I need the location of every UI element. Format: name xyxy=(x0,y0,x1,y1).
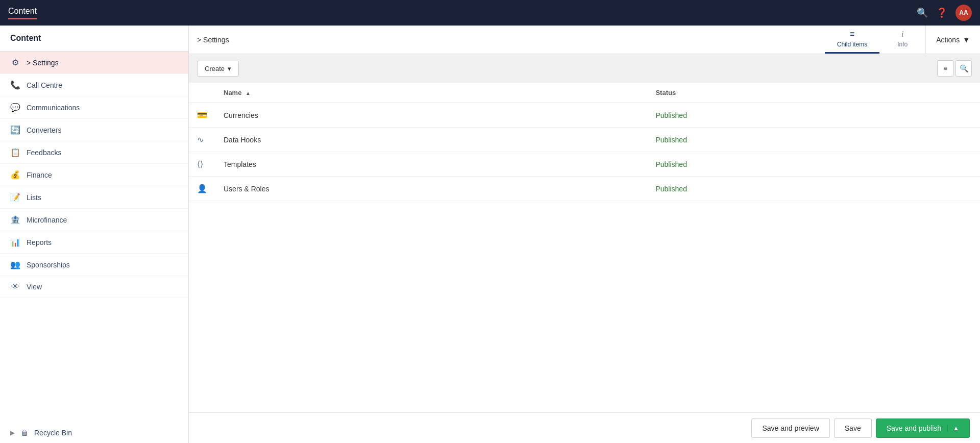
recycle-bin-label: Recycle Bin xyxy=(34,429,72,437)
tab-child-items-label: Child items xyxy=(837,41,867,48)
top-navigation: Content 🔍 ❓ AA xyxy=(0,0,980,26)
main-layout: Content ⚙ > Settings 📞 Call Centre 💬 Com… xyxy=(0,26,980,443)
sidebar-item-lists-label: Lists xyxy=(27,193,41,202)
sidebar-item-converters-label: Converters xyxy=(27,126,61,134)
sidebar-item-sponsorships-label: Sponsorships xyxy=(27,261,70,269)
sidebar-item-reports-label: Reports xyxy=(27,238,52,247)
search-filter-icon: 🔍 xyxy=(960,64,968,72)
tab-section: ≡ Child items i Info Actions ▼ xyxy=(825,26,980,54)
row-name-cell: Currencies xyxy=(215,103,647,128)
save-publish-button[interactable]: Save and publish ▲ xyxy=(876,419,970,438)
top-nav-icons: 🔍 ❓ AA xyxy=(917,5,972,21)
view-icon: 👁 xyxy=(10,282,20,291)
recycle-bin-icon: 🗑 xyxy=(21,429,28,437)
create-button-label: Create xyxy=(205,65,225,72)
sidebar-item-view[interactable]: 👁 View xyxy=(0,276,188,298)
sidebar-item-call-centre[interactable]: 📞 Call Centre xyxy=(0,74,188,96)
toolbar-right: ≡ 🔍 xyxy=(937,60,972,77)
table-row[interactable]: ∿ Data Hooks Published xyxy=(189,128,980,152)
settings-icon: ⚙ xyxy=(10,58,20,67)
reports-icon: 📊 xyxy=(10,237,20,247)
templates-icon: ⟨⟩ xyxy=(197,160,203,168)
users-roles-icon: 👤 xyxy=(197,184,207,193)
finance-icon: 💰 xyxy=(10,170,20,180)
tab-info-label: Info xyxy=(897,41,908,48)
communications-icon: 💬 xyxy=(10,103,20,112)
sidebar-item-settings[interactable]: ⚙ > Settings xyxy=(0,52,188,74)
converters-icon: 🔄 xyxy=(10,125,20,135)
sort-asc-icon: ▲ xyxy=(246,90,251,96)
info-tab-icon: i xyxy=(901,30,903,39)
recycle-bin-item[interactable]: ▶ 🗑 Recycle Bin xyxy=(0,423,188,443)
table-container: Name ▲ Status 💳 Currencies xyxy=(189,83,980,412)
create-button[interactable]: Create ▾ xyxy=(197,61,239,77)
table-header-row: Name ▲ Status xyxy=(189,83,980,103)
search-icon[interactable]: 🔍 xyxy=(917,7,928,18)
data-hooks-icon: ∿ xyxy=(197,135,204,144)
currencies-icon: 💳 xyxy=(197,111,207,119)
microfinance-icon: 🏦 xyxy=(10,215,20,225)
sidebar-item-communications-label: Communications xyxy=(27,104,80,112)
row-status-cell: Published xyxy=(647,128,980,152)
table-row[interactable]: 💳 Currencies Published xyxy=(189,103,980,128)
breadcrumb-text: > Settings xyxy=(197,36,229,44)
child-items-tab-icon: ≡ xyxy=(850,30,854,39)
save-preview-button[interactable]: Save and preview xyxy=(751,419,829,438)
list-view-button[interactable]: ≡ xyxy=(937,60,953,77)
feedbacks-icon: 📋 xyxy=(10,147,20,157)
sidebar-item-view-label: View xyxy=(27,283,42,291)
row-icon-cell: 💳 xyxy=(189,103,215,128)
recycle-toggle-icon: ▶ xyxy=(10,429,15,436)
actions-chevron-icon: ▼ xyxy=(963,36,970,44)
sidebar-item-settings-label: > Settings xyxy=(27,59,59,67)
sidebar-item-communications[interactable]: 💬 Communications xyxy=(0,96,188,119)
table-row[interactable]: ⟨⟩ Templates Published xyxy=(189,152,980,177)
save-publish-label: Save and publish xyxy=(887,424,947,432)
content-area: > Settings ≡ Child items i Info Actions … xyxy=(189,26,980,443)
sidebar-item-microfinance-label: Microfinance xyxy=(27,216,67,224)
sidebar-item-feedbacks-label: Feedbacks xyxy=(27,149,61,157)
avatar[interactable]: AA xyxy=(955,5,972,21)
items-table: Name ▲ Status 💳 Currencies xyxy=(189,83,980,201)
footer: Save and preview Save Save and publish ▲ xyxy=(189,412,980,443)
sidebar-item-finance-label: Finance xyxy=(27,171,52,179)
sidebar-item-lists[interactable]: 📝 Lists xyxy=(0,186,188,209)
sidebar-item-reports[interactable]: 📊 Reports xyxy=(0,231,188,254)
table-row[interactable]: 👤 Users & Roles Published xyxy=(189,177,980,201)
row-status-cell: Published xyxy=(647,152,980,177)
call-centre-icon: 📞 xyxy=(10,80,20,90)
tab-info[interactable]: i Info xyxy=(879,26,925,54)
sponsorships-icon: 👥 xyxy=(10,260,20,269)
sidebar-item-converters[interactable]: 🔄 Converters xyxy=(0,119,188,141)
sidebar-item-microfinance[interactable]: 🏦 Microfinance xyxy=(0,209,188,231)
search-filter-button[interactable]: 🔍 xyxy=(955,60,972,77)
save-publish-dropdown-icon[interactable]: ▲ xyxy=(947,425,959,432)
sidebar-item-sponsorships[interactable]: 👥 Sponsorships xyxy=(0,254,188,276)
lists-icon: 📝 xyxy=(10,192,20,202)
actions-label: Actions xyxy=(936,36,960,44)
app-title: Content xyxy=(8,7,37,19)
sidebar-item-finance[interactable]: 💰 Finance xyxy=(0,164,188,186)
breadcrumb: > Settings xyxy=(189,26,825,54)
row-status-cell: Published xyxy=(647,177,980,201)
actions-button[interactable]: Actions ▼ xyxy=(925,26,980,54)
sidebar-item-call-centre-label: Call Centre xyxy=(27,81,62,89)
sidebar-item-feedbacks[interactable]: 📋 Feedbacks xyxy=(0,141,188,164)
row-name-cell: Templates xyxy=(215,152,647,177)
row-icon-cell: 👤 xyxy=(189,177,215,201)
toolbar: Create ▾ ≡ 🔍 xyxy=(189,54,980,83)
sidebar: Content ⚙ > Settings 📞 Call Centre 💬 Com… xyxy=(0,26,189,443)
tab-child-items[interactable]: ≡ Child items xyxy=(825,26,879,54)
row-icon-cell: ⟨⟩ xyxy=(189,152,215,177)
col-name-header[interactable]: Name ▲ xyxy=(215,83,647,103)
sidebar-header: Content xyxy=(0,26,188,52)
col-status-header: Status xyxy=(647,83,980,103)
row-name-cell: Data Hooks xyxy=(215,128,647,152)
col-icon-header xyxy=(189,83,215,103)
row-name-cell: Users & Roles xyxy=(215,177,647,201)
content-header: > Settings ≡ Child items i Info Actions … xyxy=(189,26,980,54)
list-view-icon: ≡ xyxy=(943,64,947,72)
help-icon[interactable]: ❓ xyxy=(936,7,947,18)
row-icon-cell: ∿ xyxy=(189,128,215,152)
save-button[interactable]: Save xyxy=(834,419,872,438)
